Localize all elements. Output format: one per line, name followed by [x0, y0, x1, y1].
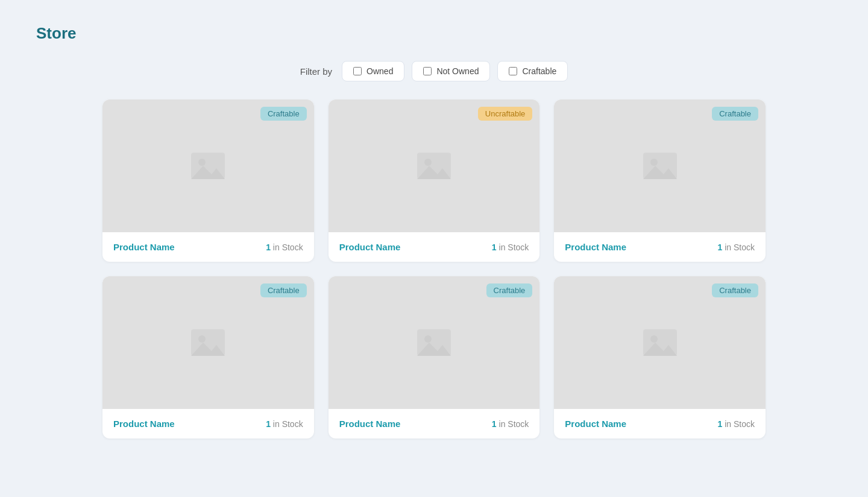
product-image-placeholder — [415, 323, 453, 362]
product-info: Product Name1 in Stock — [329, 409, 540, 438]
product-name: Product Name — [113, 419, 175, 429]
product-card[interactable]: Uncraftable Product Name1 in Stock — [329, 100, 540, 262]
filter-option-owned[interactable]: Owned — [342, 61, 404, 81]
product-stock: 1 in Stock — [492, 242, 529, 252]
product-name: Product Name — [565, 242, 626, 252]
filter-option-label-not-owned: Not Owned — [436, 66, 479, 76]
product-image-area: Craftable — [102, 100, 314, 232]
product-info: Product Name1 in Stock — [102, 409, 314, 438]
product-card[interactable]: Craftable Product Name1 in Stock — [329, 276, 540, 438]
product-card[interactable]: Craftable Product Name1 in Stock — [102, 276, 314, 438]
stock-count: 1 — [266, 419, 271, 429]
product-stock: 1 in Stock — [492, 419, 529, 429]
filter-checkbox-owned[interactable] — [353, 67, 362, 75]
product-image-area: Craftable — [102, 276, 314, 409]
product-image-placeholder — [189, 323, 227, 362]
product-image-area: Craftable — [329, 276, 540, 409]
filter-options: OwnedNot OwnedCraftable — [342, 61, 568, 81]
product-info: Product Name1 in Stock — [554, 409, 766, 438]
product-badge: Craftable — [260, 107, 307, 121]
stock-count: 1 — [717, 419, 722, 429]
product-stock: 1 in Stock — [717, 419, 755, 429]
product-image-placeholder — [641, 323, 679, 362]
filter-option-craftable[interactable]: Craftable — [497, 61, 568, 81]
product-name: Product Name — [565, 419, 626, 429]
filter-section: Filter by OwnedNot OwnedCraftable — [36, 61, 832, 81]
product-stock: 1 in Stock — [266, 419, 303, 429]
svg-point-1 — [198, 159, 206, 166]
products-grid: Craftable Product Name1 in StockUncrafta… — [102, 100, 766, 438]
filter-label: Filter by — [300, 66, 332, 77]
product-badge: Uncraftable — [478, 107, 532, 121]
product-image-placeholder — [189, 147, 227, 185]
product-card[interactable]: Craftable Product Name1 in Stock — [554, 100, 766, 262]
svg-point-4 — [424, 159, 432, 166]
product-name: Product Name — [339, 242, 401, 252]
product-image-area: Uncraftable — [329, 100, 540, 232]
product-badge: Craftable — [260, 283, 307, 297]
product-card[interactable]: Craftable Product Name1 in Stock — [102, 100, 314, 262]
filter-option-label-craftable: Craftable — [522, 66, 556, 76]
product-name: Product Name — [339, 419, 401, 429]
product-image-placeholder — [415, 147, 453, 185]
product-image-placeholder — [641, 147, 679, 185]
product-info: Product Name1 in Stock — [329, 232, 540, 262]
product-stock: 1 in Stock — [717, 242, 755, 252]
page-title: Store — [36, 24, 832, 43]
product-image-area: Craftable — [554, 276, 766, 409]
stock-count: 1 — [492, 419, 497, 429]
filter-checkbox-craftable[interactable] — [509, 67, 517, 75]
filter-option-label-owned: Owned — [366, 66, 393, 76]
stock-count: 1 — [492, 242, 497, 252]
product-info: Product Name1 in Stock — [554, 232, 766, 262]
svg-point-10 — [198, 335, 206, 343]
product-badge: Craftable — [486, 283, 533, 297]
product-image-area: Craftable — [554, 100, 766, 232]
svg-point-16 — [650, 335, 658, 343]
product-card[interactable]: Craftable Product Name1 in Stock — [554, 276, 766, 438]
stock-count: 1 — [266, 242, 271, 252]
svg-point-7 — [650, 159, 658, 166]
stock-count: 1 — [717, 242, 722, 252]
product-info: Product Name1 in Stock — [102, 232, 314, 262]
product-badge: Craftable — [712, 283, 758, 297]
product-name: Product Name — [113, 242, 175, 252]
product-stock: 1 in Stock — [266, 242, 303, 252]
svg-point-13 — [424, 335, 432, 343]
product-badge: Craftable — [712, 107, 758, 121]
filter-checkbox-not-owned[interactable] — [423, 67, 432, 75]
filter-option-not-owned[interactable]: Not Owned — [412, 61, 490, 81]
